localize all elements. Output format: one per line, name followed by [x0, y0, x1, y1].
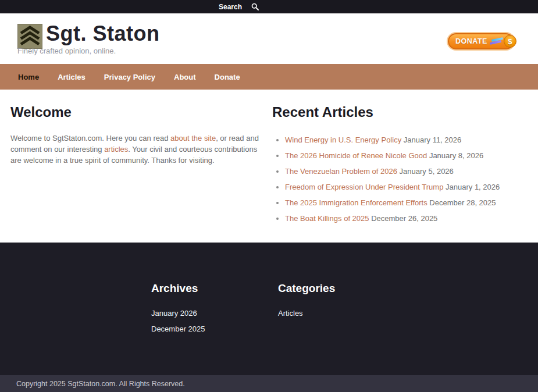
categories-list: Articles: [278, 309, 405, 317]
category-link[interactable]: Articles: [278, 309, 303, 318]
welcome-section: Welcome Welcome to SgtStaton.com. Here y…: [10, 105, 266, 243]
post-date: December 26, 2025: [371, 214, 437, 223]
welcome-title: Welcome: [10, 105, 266, 120]
recent-article-link[interactable]: The 2026 Homicide of Renee Nicole Good: [285, 151, 427, 160]
recent-article-link[interactable]: The 2025 Immigration Enforcement Efforts: [285, 198, 427, 207]
nav-item-home[interactable]: Home: [9, 73, 48, 81]
archives-widget: Archives January 2026 December 2025: [151, 282, 278, 341]
archive-item: December 2025: [151, 325, 278, 333]
recent-article-link[interactable]: Freedom of Expression Under President Tr…: [285, 183, 443, 191]
site-title[interactable]: Sgt. Staton: [46, 22, 159, 45]
recent-article-link[interactable]: Wind Energy in U.S. Energy Policy: [285, 136, 401, 144]
archive-item: January 2026: [151, 309, 278, 317]
dollar-icon: $: [504, 35, 516, 48]
site-logo-icon[interactable]: [17, 24, 42, 49]
main-nav: Home Articles Privacy Policy About Donat…: [0, 64, 538, 90]
recent-article-link[interactable]: The Boat Killings of 2025: [285, 214, 369, 223]
post-date: January 8, 2026: [429, 151, 483, 160]
topbar: Search: [0, 0, 538, 13]
donate-button-label: DONATE: [455, 37, 487, 45]
recent-article-item: Freedom of Expression Under President Tr…: [285, 182, 528, 192]
search-toggle[interactable]: Search: [219, 3, 259, 11]
categories-title: Categories: [278, 282, 405, 294]
main-content: Welcome Welcome to SgtStaton.com. Here y…: [0, 90, 538, 243]
site-header: Sgt. Staton Finely crafted opinion, onli…: [0, 13, 538, 64]
nav-item-articles[interactable]: Articles: [48, 73, 95, 81]
site-footer: Archives January 2026 December 2025 Cate…: [0, 243, 538, 375]
copyright-text: Copyright 2025 SgtStaton.com. All Rights…: [16, 380, 185, 388]
recent-article-item: The 2026 Homicide of Renee Nicole Good J…: [285, 151, 528, 161]
recent-article-item: The Venezuelan Problem of 2026 January 5…: [285, 166, 528, 176]
credit-card-icon: [490, 38, 504, 45]
archives-title: Archives: [151, 282, 278, 294]
categories-widget: Categories Articles: [278, 282, 405, 325]
recent-articles-section: Recent Articles Wind Energy in U.S. Ener…: [272, 105, 528, 243]
recent-article-item: The Boat Killings of 2025 December 26, 2…: [285, 213, 528, 223]
recent-articles-title: Recent Articles: [272, 105, 528, 120]
post-date: December 28, 2025: [429, 198, 496, 207]
post-date: January 1, 2026: [446, 183, 500, 191]
search-icon[interactable]: [251, 3, 259, 10]
archive-link[interactable]: December 2025: [151, 325, 205, 333]
archives-list: January 2026 December 2025: [151, 309, 278, 333]
recent-article-item: Wind Energy in U.S. Energy Policy Januar…: [285, 135, 528, 145]
nav-item-about[interactable]: About: [165, 73, 205, 81]
recent-article-link[interactable]: The Venezuelan Problem of 2026: [285, 167, 397, 176]
site-tagline: Finely crafted opinion, online.: [17, 47, 116, 55]
donate-button[interactable]: DONATE $: [448, 33, 514, 49]
nav-item-privacy-policy[interactable]: Privacy Policy: [95, 73, 165, 81]
post-date: January 11, 2026: [404, 136, 462, 144]
nav-item-donate[interactable]: Donate: [205, 73, 250, 81]
recent-article-item: The 2025 Immigration Enforcement Efforts…: [285, 198, 528, 208]
archive-link[interactable]: January 2026: [151, 309, 197, 318]
welcome-paragraph: Welcome to SgtStaton.com. Here you can r…: [10, 133, 266, 166]
copyright-bar: Copyright 2025 SgtStaton.com. All Rights…: [0, 375, 538, 392]
post-date: January 5, 2026: [400, 167, 454, 176]
category-item: Articles: [278, 309, 405, 317]
articles-link[interactable]: articles: [104, 145, 128, 154]
nav-menu: Home Articles Privacy Policy About Donat…: [0, 64, 538, 90]
search-label: Search: [219, 3, 242, 11]
about-the-site-link[interactable]: about the site: [170, 134, 216, 142]
recent-articles-list: Wind Energy in U.S. Energy Policy Januar…: [272, 135, 528, 223]
